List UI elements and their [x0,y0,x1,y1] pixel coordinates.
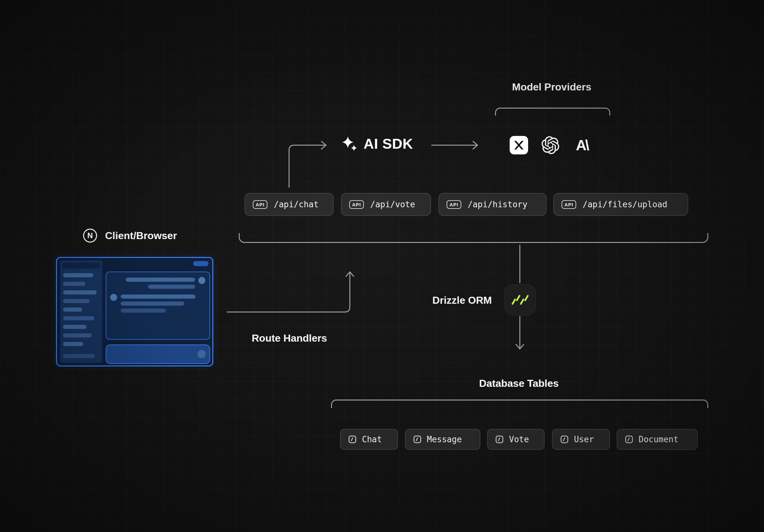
table-chat: Chat [340,429,398,450]
message-avatar [198,277,205,284]
api-route-vote: API /api/vote [341,193,431,216]
table-icon [560,435,569,444]
sidebar-bar [63,354,95,358]
table-icon [495,435,504,444]
ai-sdk-label: AI SDK [364,136,413,152]
xai-icon [510,136,528,154]
api-badge-icon: API [349,200,364,209]
client-browser-header: N Client/Browser [83,228,177,243]
database-tables-label: Database Tables [479,378,559,389]
sidebar-header-bar [63,263,100,268]
table-label: Document [639,435,678,444]
sidebar-bar [63,290,97,294]
openai-icon [541,136,560,154]
nextjs-logo-icon: N [83,228,97,243]
model-providers-row: A\ [510,136,591,154]
database-tables-bracket [331,400,708,408]
api-route-label: /api/files/upload [583,200,667,209]
architecture-diagram: Model Providers A\ AI SDK API /api/chat [0,0,764,532]
message-bar [148,284,195,289]
message-avatar [110,294,117,301]
table-label: Chat [362,435,382,444]
sidebar-bar [63,325,87,329]
sidebar-bar [63,342,84,346]
table-icon [348,435,357,444]
table-label: Vote [509,435,529,444]
api-badge-icon: API [562,200,576,209]
browser-sidebar [60,261,102,363]
api-routes-bracket [239,233,708,243]
model-providers-label: Model Providers [512,81,591,93]
table-label: Message [427,435,462,444]
sidebar-bar [63,273,93,277]
table-label: User [574,435,594,444]
message-bar [121,301,184,306]
sidebar-bar [63,299,90,303]
nextjs-n-glyph: N [87,231,93,240]
sidebar-bar [63,333,92,337]
api-route-label: /api/history [468,200,527,209]
message-bar [121,308,166,313]
browser-topbar-pill [193,261,209,266]
message-bar [121,294,195,299]
sidebar-bar [63,316,94,320]
ai-sdk: AI SDK [341,134,413,154]
send-button-circle [197,350,206,358]
table-icon [624,435,634,444]
drizzle-orm-label: Drizzle ORM [379,294,492,306]
api-badge-icon: API [447,200,461,209]
table-document: Document [617,429,698,450]
sidebar-bar [63,307,82,312]
browser-input-box [106,344,210,364]
browser-chat-area [106,271,210,340]
api-route-label: /api/vote [370,200,415,209]
api-route-label: /api/chat [274,200,319,209]
anthropic-icon: A\ [573,136,591,154]
message-bar [126,277,195,282]
api-route-files-upload: API /api/files/upload [553,193,688,216]
api-route-chat: API /api/chat [245,193,334,216]
table-user: User [552,429,610,450]
table-vote: Vote [487,429,545,450]
api-badge-icon: API [253,200,268,209]
client-browser-label: Client/Browser [105,230,177,242]
model-providers-bracket [495,107,610,115]
sidebar-bar [63,282,85,286]
api-route-history: API /api/history [438,193,547,216]
table-icon [413,435,422,444]
route-handlers-label: Route Handlers [252,332,327,344]
sparkles-icon [341,136,358,152]
browser-mockup [56,257,213,366]
table-message: Message [405,429,480,450]
drizzle-icon [504,284,536,315]
anthropic-glyph: A\ [576,137,588,154]
